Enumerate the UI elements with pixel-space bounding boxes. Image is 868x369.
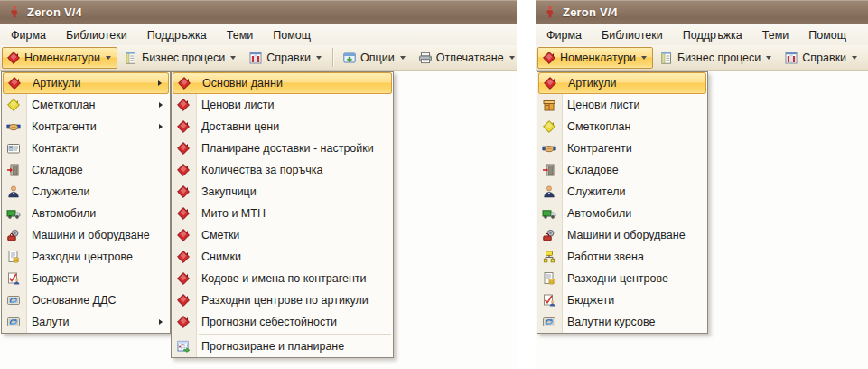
- dropdown-caret-icon: [400, 56, 406, 60]
- work-unit-icon: [542, 250, 556, 264]
- toolbar-button-nomenclatures[interactable]: Номенклатури: [537, 47, 653, 69]
- app-logo-icon: [7, 5, 21, 19]
- app-window: Zeron V/4 ФирмаБиблиотекиПоддръжкаТемиПо…: [0, 0, 517, 369]
- menubar-item-themes[interactable]: Теми: [752, 24, 798, 45]
- dropdown-caret-icon: [641, 56, 647, 60]
- menu-item-label: Контрагенти: [32, 120, 159, 133]
- menu-item-purchasers[interactable]: Закупчици: [172, 181, 393, 203]
- menu-item-vehicles[interactable]: Автомобили: [537, 203, 707, 224]
- menu-item-accounts[interactable]: Сметки: [172, 224, 393, 246]
- menu-item-budgets[interactable]: Бюджети: [2, 268, 170, 289]
- menu-item-price-lists[interactable]: Ценови листи: [172, 94, 393, 116]
- menu-item-label: Складове: [567, 164, 702, 176]
- menu-item-cost-centers[interactable]: Разходни центрове: [537, 268, 707, 289]
- menu-item-label: Валутни курсове: [567, 316, 702, 328]
- toolbar-button-nomenclatures[interactable]: Номенклатури: [2, 47, 117, 69]
- menu-item-currency-rates[interactable]: Валутни курсове: [537, 311, 707, 333]
- menubar-item-help[interactable]: Помощ: [798, 24, 856, 45]
- menu-item-label: Машини и оборудване: [567, 229, 702, 241]
- red-book-icon: [176, 206, 191, 221]
- menu-item-articles[interactable]: Артикули: [538, 72, 706, 94]
- menu-item-label: Сметки: [201, 229, 387, 241]
- red-book-icon: [177, 76, 191, 90]
- employee-icon: [542, 184, 556, 199]
- menu-item-label: Планиране доставки - настройки: [201, 142, 387, 155]
- dropdown-caret-icon: [852, 56, 857, 60]
- menu-item-currencies[interactable]: Валути: [2, 311, 170, 333]
- toolbar-button-reports[interactable]: Справки: [244, 47, 328, 69]
- toolbar-button-print[interactable]: Отпечатване: [414, 47, 517, 69]
- menubar-item-themes[interactable]: Теми: [217, 24, 263, 45]
- menubar-item-company[interactable]: Фирма: [537, 24, 592, 45]
- menu-item-cost-centers-by-articles[interactable]: Разходни центрове по артикули: [172, 289, 393, 311]
- toolbar: НоменклатуриБизнес процесиСправки: [536, 45, 868, 71]
- toolbar-button-options[interactable]: Опции: [338, 47, 412, 69]
- menu-item-machines-equipment[interactable]: Машини и оборудване: [537, 224, 707, 246]
- menubar-item-company[interactable]: Фирма: [1, 24, 56, 45]
- menu-item-budgets[interactable]: Бюджети: [537, 289, 707, 311]
- toolbar-button-reports[interactable]: Справки: [779, 47, 863, 69]
- red-book-icon: [543, 76, 557, 90]
- menu-item-label: Прогнозни себестойности: [201, 316, 387, 328]
- options-window-icon: [342, 51, 357, 65]
- handshake-icon: [542, 141, 556, 156]
- menubar-item-maintenance[interactable]: Поддръжка: [673, 24, 752, 45]
- titlebar[interactable]: Zeron V/4: [536, 0, 868, 24]
- menu-item-label: Служители: [32, 185, 164, 198]
- menu-item-warehouses[interactable]: Складове: [537, 159, 707, 181]
- menu-item-label: Контрагенти: [567, 142, 702, 155]
- menubar-item-maintenance[interactable]: Поддръжка: [137, 24, 217, 45]
- menu-item-purchase-prices[interactable]: Доставни цени: [172, 116, 393, 137]
- menubar-item-libraries[interactable]: Библиотеки: [56, 24, 137, 45]
- machine-icon: [542, 228, 556, 242]
- menu-item-label: Артикули: [33, 77, 158, 90]
- menu-item-label: Разходни центрове по артикули: [201, 294, 387, 307]
- printer-icon: [418, 51, 433, 65]
- menu-item-warehouses[interactable]: Складове: [2, 159, 170, 181]
- red-book-icon: [176, 98, 191, 112]
- menu-item-employees[interactable]: Служители: [2, 181, 170, 203]
- menu-item-chart-of-accounts[interactable]: Сметкоплан: [537, 116, 707, 137]
- menu-item-label: Мито и МТН: [201, 207, 387, 220]
- menu-item-label: Машини и оборудване: [32, 229, 164, 241]
- menu-item-work-units[interactable]: Работни звена: [537, 246, 707, 268]
- budget-icon: [6, 271, 21, 286]
- menu-item-vehicles[interactable]: Автомобили: [2, 203, 170, 224]
- red-book-icon: [176, 250, 191, 264]
- menu-item-employees[interactable]: Служители: [537, 181, 707, 203]
- menu-item-contacts[interactable]: Контакти: [2, 137, 170, 159]
- menu-item-basic-data[interactable]: Основни данни: [173, 72, 392, 94]
- menubar-item-libraries[interactable]: Библиотеки: [592, 24, 673, 45]
- menu-item-cost-centers[interactable]: Разходни центрове: [2, 246, 170, 268]
- menu-item-machines-equipment[interactable]: Машини и оборудване: [2, 224, 170, 246]
- menubar-item-help[interactable]: Помощ: [263, 24, 321, 45]
- truck-icon: [542, 206, 556, 221]
- menu-item-photos[interactable]: Снимки: [172, 246, 393, 268]
- warehouse-icon: [6, 163, 21, 177]
- dropdown-caret-icon: [106, 56, 111, 60]
- menu-item-articles[interactable]: Артикули: [3, 72, 169, 94]
- toolbar-button-business-processes[interactable]: Бизнес процеси: [119, 47, 242, 69]
- menu-item-forecasting-planning[interactable]: Прогнозиране и планиране: [172, 336, 393, 357]
- titlebar[interactable]: Zeron V/4: [0, 0, 517, 24]
- submenu-arrow-icon: [158, 80, 162, 86]
- menubar: ФирмаБиблиотекиПоддръжкаТемиПомощ: [0, 24, 517, 45]
- menu-item-codes-names-by-counterparties[interactable]: Кодове и имена по контрагенти: [172, 268, 393, 289]
- menu-item-delivery-planning-settings[interactable]: Планиране доставки - настройки: [172, 137, 393, 159]
- app-logo-icon: [543, 5, 556, 19]
- toolbar-button-business-processes[interactable]: Бизнес процеси: [655, 47, 778, 69]
- menu-item-forecast-costs[interactable]: Прогнозни себестойности: [172, 311, 393, 333]
- screenshot-canvas: Zeron V/4 ФирмаБиблиотекиПоддръжкаТемиПо…: [0, 0, 868, 369]
- menu-item-chart-of-accounts[interactable]: Сметкоплан: [2, 94, 170, 116]
- menu-item-counterparties[interactable]: Контрагенти: [2, 116, 170, 137]
- budget-icon: [542, 293, 556, 308]
- submenu-arrow-icon: [159, 102, 163, 108]
- menu-item-customs-mtn[interactable]: Мито и МТН: [172, 203, 393, 224]
- document-icon: [124, 51, 138, 65]
- menu-item-order-quantities[interactable]: Количества за поръчка: [172, 159, 393, 181]
- red-book-icon: [176, 228, 191, 242]
- menu-item-counterparties[interactable]: Контрагенти: [537, 137, 707, 159]
- menu-item-vat-basis[interactable]: Основание ДДС: [2, 289, 170, 311]
- menu-item-price-lists[interactable]: Ценови листи: [537, 94, 707, 116]
- red-book-icon: [7, 76, 22, 90]
